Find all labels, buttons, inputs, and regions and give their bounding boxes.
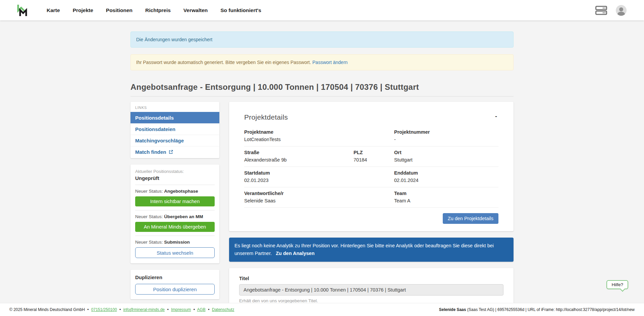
- status-name: Übergeben an MM: [164, 214, 203, 219]
- title-field-label: Titel: [239, 276, 503, 281]
- nav-item-positionen[interactable]: Positionen: [106, 7, 132, 13]
- duplicate-position-button[interactable]: Position duplizieren: [135, 284, 215, 295]
- field-value: 70184: [354, 157, 394, 163]
- go-to-project-details-button[interactable]: Zu den Projektdetails: [443, 213, 498, 224]
- status-line: Neuer Status: Submission: [135, 240, 215, 245]
- status-name: Submission: [164, 240, 190, 245]
- field-label: Enddatum: [394, 170, 498, 176]
- password-alert-text: Ihr Passwort wurde automatisch generiert…: [136, 60, 311, 65]
- field-label: Straße: [244, 150, 354, 155]
- project-details-card: Projektdetails - Projektname LotCreation…: [229, 102, 514, 231]
- field-value: -: [394, 137, 498, 142]
- sidebar-item-positionsdetails[interactable]: Positionsdetails: [130, 112, 219, 123]
- sidebar-item-matchingvorschlaege[interactable]: Matchingvorschläge: [130, 135, 219, 146]
- nav-item-projekte[interactable]: Projekte: [73, 7, 93, 13]
- footer-separator: •: [194, 307, 195, 312]
- footer-separator: •: [208, 307, 209, 312]
- duplicate-card: Duplizieren Position duplizieren: [130, 270, 219, 299]
- status-prefix: Neuer Status:: [135, 240, 163, 245]
- field-label: Verantwortliche/r: [244, 191, 394, 196]
- field-value: Alexanderstraße 9b: [244, 157, 354, 163]
- project-details-title: Projektdetails: [244, 113, 288, 121]
- field-label: Ort: [394, 150, 498, 155]
- current-status-label: Aktueller Positionsstatus:: [135, 169, 215, 174]
- field-label: PLZ: [354, 150, 394, 155]
- field-value: Stuttgart: [394, 157, 498, 163]
- sidebar-item-label: Positionsdateien: [135, 126, 175, 132]
- brand-logo[interactable]: [16, 3, 29, 18]
- field-value: 02.01.2023: [244, 178, 394, 183]
- footer-separator: •: [87, 307, 89, 312]
- main-nav: Karte Projekte Positionen Richtpreis Ver…: [47, 7, 261, 13]
- field-label: Projektname: [244, 129, 394, 135]
- footer-datenschutz-link[interactable]: Datenschutz: [212, 307, 234, 312]
- change-password-link[interactable]: Passwort ändern: [312, 60, 347, 65]
- status-prefix: Neuer Status:: [135, 214, 163, 219]
- nav-item-verwalten[interactable]: Verwalten: [183, 7, 208, 13]
- field-value: 02.01.2024: [394, 178, 498, 183]
- nav-item-so-funktionierts[interactable]: So funktioniert's: [220, 7, 261, 13]
- sidebar-item-label: Matchingvorschläge: [135, 138, 184, 143]
- field-label: Team: [394, 191, 498, 196]
- status-line: Neuer Status: Angebotsphase: [135, 189, 215, 194]
- field-value: LotCreationTests: [244, 137, 394, 142]
- main-content: Projektdetails - Projektname LotCreation…: [229, 102, 514, 316]
- external-link-icon: [169, 150, 173, 154]
- field-value: Selenide Saas: [244, 198, 394, 204]
- project-details-row: Projektname LotCreationTests Projektnumm…: [244, 126, 498, 146]
- page-title-block: Angebotsanfrage - Entsorgung | 10.000 To…: [130, 82, 514, 97]
- footer-left: © 2025 Mineral Minds Deutschland GmbH • …: [9, 307, 234, 312]
- current-status-value: Ungeprüft: [135, 175, 215, 181]
- title-input[interactable]: [239, 284, 503, 296]
- mineral-minds-logo-icon: [16, 3, 29, 18]
- links-card-header: LINKS: [130, 102, 219, 112]
- project-details-row: Startdatum 02.01.2023 Enddatum 02.01.202…: [244, 167, 498, 187]
- top-navigation-bar: Karte Projekte Positionen Richtpreis Ver…: [0, 0, 644, 20]
- status-name: Angebotsphase: [164, 189, 198, 194]
- nav-item-karte[interactable]: Karte: [47, 7, 60, 13]
- server-list-icon[interactable]: [595, 6, 607, 15]
- footer-session-details: (Saas Test AG) | 69576255536d | URL of i…: [466, 307, 635, 312]
- footer-user-name: Selenide Saas: [439, 307, 466, 312]
- status-card: Aktueller Positionsstatus: Ungeprüft Neu…: [130, 165, 219, 263]
- field-label: Startdatum: [244, 170, 394, 176]
- footer-agb-link[interactable]: AGB: [197, 307, 206, 312]
- project-details-row: Straße Alexanderstraße 9b PLZ 70184 Ort …: [244, 146, 498, 167]
- topbar-right: [595, 5, 627, 16]
- sidebar-item-label: Match finden: [135, 149, 166, 155]
- copyright-text: © 2025 Mineral Minds Deutschland GmbH: [9, 307, 85, 312]
- help-button[interactable]: Hilfe?: [606, 280, 628, 289]
- footer-session-info: Selenide Saas (Saas Test AG) | 695762555…: [439, 307, 635, 312]
- handover-to-mineral-minds-button[interactable]: An Mineral Minds übergeben: [135, 222, 215, 232]
- status-prefix: Neuer Status:: [135, 189, 163, 194]
- page-title: Angebotsanfrage - Entsorgung | 10.000 To…: [130, 82, 514, 92]
- links-card: LINKS Positionsdetails Positionsdateien …: [130, 102, 219, 158]
- collapse-card-button[interactable]: -: [494, 113, 498, 119]
- user-avatar[interactable]: [616, 5, 627, 16]
- footer-impressum-link[interactable]: Impressum: [171, 307, 191, 312]
- analytics-banner-text: Es liegt noch keine Analytik zu Ihrer Po…: [234, 243, 494, 256]
- footer: © 2025 Mineral Minds Deutschland GmbH • …: [0, 303, 644, 316]
- status-line: Neuer Status: Übergeben an MM: [135, 214, 215, 219]
- saved-alert-text: Die Änderungen wurden gespeichert: [136, 37, 212, 42]
- footer-phone-link[interactable]: 07151/250100: [91, 307, 117, 312]
- user-avatar-icon: [616, 5, 627, 16]
- sidebar-item-label: Positionsdetails: [135, 115, 174, 121]
- sidebar: LINKS Positionsdetails Positionsdateien …: [130, 102, 219, 316]
- analytics-banner: Es liegt noch keine Analytik zu Ihrer Po…: [229, 238, 514, 262]
- footer-separator: •: [119, 307, 121, 312]
- footer-email-link[interactable]: info@mineral-minds.de: [123, 307, 165, 312]
- project-details-row: Verantwortliche/r Selenide Saas Team Tea…: [244, 187, 498, 208]
- change-status-button[interactable]: Status wechseln: [135, 247, 215, 258]
- nav-item-richtpreis[interactable]: Richtpreis: [145, 7, 171, 13]
- sidebar-item-match-finden[interactable]: Match finden: [130, 146, 219, 157]
- field-label: Projektnummer: [394, 129, 498, 135]
- footer-separator: •: [167, 307, 168, 312]
- make-visible-internally-button[interactable]: Intern sichtbar machen: [135, 196, 215, 206]
- go-to-analyses-link[interactable]: Zu den Analysen: [276, 251, 314, 256]
- sidebar-item-positionsdateien[interactable]: Positionsdateien: [130, 123, 219, 135]
- field-value: Team A: [394, 198, 498, 204]
- password-alert: Ihr Passwort wurde automatisch generiert…: [130, 54, 514, 70]
- duplicate-card-title: Duplizieren: [135, 274, 215, 280]
- saved-alert: Die Änderungen wurden gespeichert: [130, 31, 514, 48]
